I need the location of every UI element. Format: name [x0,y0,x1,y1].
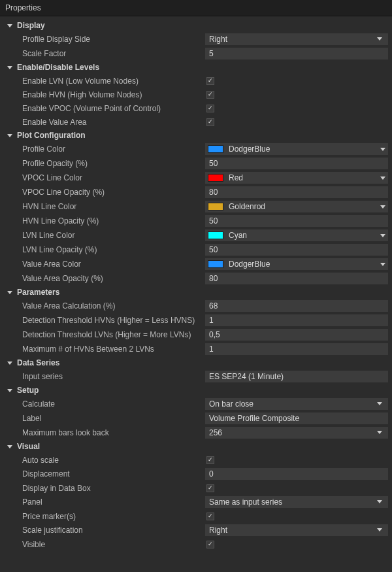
section-visual-title: Visual [17,442,40,451]
section-display-title: Display [17,21,45,30]
chevron-down-icon [7,360,13,366]
profile-opacity-label: Profile Opacity (%) [22,159,205,168]
lvn-opacity-input[interactable]: 50 [205,244,388,256]
visible-checkbox[interactable] [206,541,214,548]
color-swatch [208,174,223,182]
color-swatch [208,260,223,268]
section-parameters-title: Parameters [17,288,59,297]
color-swatch [208,231,223,239]
value-area-opacity-input[interactable]: 80 [205,273,388,284]
vpoc-color-select[interactable]: Red [205,172,388,184]
profile-display-side-label: Profile Display Side [22,35,205,44]
lvn-color-select[interactable]: Cyan [205,229,388,241]
section-plot-title: Plot Configuration [17,131,86,140]
scale-factor-label: Scale Factor [22,49,205,58]
value-area-color-select[interactable]: DodgerBlue [205,258,388,270]
display-databox-checkbox[interactable] [206,484,214,492]
chevron-down-icon [380,202,385,211]
scale-justification-label: Scale justification [22,526,205,535]
lvn-opacity-label: LVN Line Opacity (%) [22,245,205,254]
color-swatch [208,203,223,210]
calculate-select[interactable]: On bar close [205,398,388,410]
chevron-down-icon [380,173,385,182]
displacement-input[interactable]: 0 [205,468,388,480]
hvn-color-select[interactable]: Goldenrod [205,201,388,212]
chevron-down-icon [375,528,384,532]
properties-content: Display Profile Display Side Right Scale… [0,16,392,555]
input-series-input[interactable]: ES SEP24 (1 Minute) [205,371,388,382]
chevron-down-icon [7,289,13,295]
section-levels-title: Enable/Disable Levels [17,63,99,72]
vpoc-color-label: VPOC Line Color [22,173,205,182]
hvn-color-label: HVN Line Color [22,202,205,211]
section-levels[interactable]: Enable/Disable Levels [0,61,392,74]
price-markers-label: Price marker(s) [22,512,205,521]
section-dataseries[interactable]: Data Series [0,356,392,369]
profile-color-label: Profile Color [22,144,205,154]
max-hvn-input[interactable]: 1 [205,343,388,355]
chevron-down-icon [375,431,384,435]
section-display[interactable]: Display [0,19,392,32]
section-plot[interactable]: Plot Configuration [0,129,392,142]
enable-lvn-label: Enable LVN (Low Volume Nodes) [22,76,205,86]
visible-label: Visible [22,540,205,549]
hvn-opacity-input[interactable]: 50 [205,215,388,227]
chevron-down-icon [380,260,385,269]
auto-scale-label: Auto scale [22,456,205,465]
profile-opacity-input[interactable]: 50 [205,158,388,169]
chevron-down-icon [7,132,13,139]
chevron-down-icon [375,500,384,504]
lvn-thresh-label: Detection Threshold LVNs (Higher = More … [22,330,205,339]
displacement-label: Displacement [22,469,205,479]
input-series-label: Input series [22,372,205,381]
price-markers-checkbox[interactable] [206,513,214,520]
section-dataseries-title: Data Series [17,358,59,367]
panel-select[interactable]: Same as input series [205,496,388,508]
auto-scale-checkbox[interactable] [206,456,214,464]
display-databox-label: Display in Data Box [22,484,205,493]
hvn-thresh-label: Detection Threshold HVNs (Higher = Less … [22,316,205,325]
enable-hvn-label: Enable HVN (High Volume Nodes) [22,90,205,99]
chevron-down-icon [380,144,385,154]
panel-label: Panel [22,497,205,507]
vpoc-opacity-label: VPOC Line Opacity (%) [22,188,205,197]
max-hvn-label: Maximum # of HVNs Between 2 LVNs [22,345,205,354]
chevron-down-icon [375,37,384,41]
value-area-opacity-label: Value Area Opacity (%) [22,274,205,283]
color-swatch [208,145,223,153]
section-setup[interactable]: Setup [0,384,392,397]
profile-color-select[interactable]: DodgerBlue [205,143,388,155]
section-parameters[interactable]: Parameters [0,286,392,299]
enable-hvn-checkbox[interactable] [206,91,214,99]
lvn-color-label: LVN Line Color [22,231,205,240]
scale-factor-input[interactable]: 5 [205,48,388,59]
max-bars-select[interactable]: 256 [205,427,388,439]
value-area-color-label: Value Area Color [22,260,205,269]
va-calc-input[interactable]: 68 [205,300,388,312]
enable-lvn-checkbox[interactable] [206,77,214,85]
hvn-opacity-label: HVN Line Opacity (%) [22,216,205,226]
panel-title: Properties [0,0,392,16]
calculate-label: Calculate [22,399,205,409]
enable-value-area-checkbox[interactable] [206,118,214,126]
enable-value-area-label: Enable Value Area [22,118,205,127]
chevron-down-icon [7,387,13,394]
profile-display-side-select[interactable]: Right [205,33,388,45]
enable-vpoc-label: Enable VPOC (Volume Point of Control) [22,104,205,113]
chevron-down-icon [380,231,385,240]
section-visual[interactable]: Visual [0,440,392,453]
label-field-input[interactable]: Volume Profile Composite [205,412,388,424]
enable-vpoc-checkbox[interactable] [206,105,214,112]
chevron-down-icon [7,443,13,450]
chevron-down-icon [375,402,384,406]
chevron-down-icon [7,22,13,29]
vpoc-opacity-input[interactable]: 80 [205,186,388,198]
hvn-thresh-input[interactable]: 1 [205,314,388,326]
lvn-thresh-input[interactable]: 0,5 [205,329,388,341]
scale-justification-select[interactable]: Right [205,524,388,536]
va-calc-label: Value Area Calculation (%) [22,301,205,311]
chevron-down-icon [7,64,13,71]
section-setup-title: Setup [17,386,39,395]
label-field-label: Label [22,414,205,423]
max-bars-label: Maximum bars look back [22,428,205,437]
